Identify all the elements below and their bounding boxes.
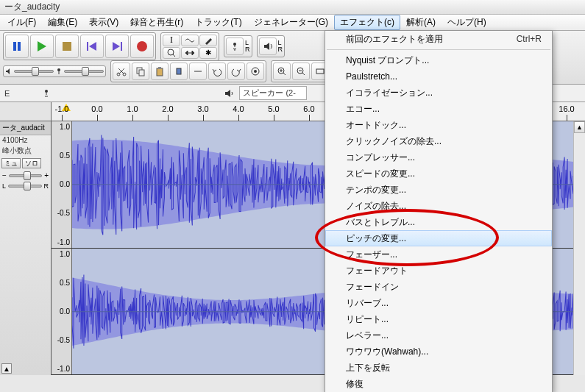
effect-menu-item[interactable]: テンポの変更... [325,182,552,198]
mic-icon [40,88,52,99]
transport-controls [3,32,156,60]
ruler-label: 1.0 [127,104,138,113]
collapse-button[interactable]: ▲ [1,363,12,374]
svg-marker-6 [113,42,120,51]
multi-tool[interactable]: ✱ [199,47,217,59]
zoom-in-button[interactable] [273,63,291,80]
svg-rect-7 [121,42,122,51]
svg-point-23 [254,70,257,73]
effect-menu-item[interactable]: バスとトレブル... [325,214,552,230]
svg-rect-20 [177,68,181,74]
meter-group: LR [224,35,252,57]
effect-menu-item[interactable]: ワウワウ(Wahwah)... [325,343,552,360]
pan-slider[interactable] [8,185,41,188]
speaker-meter-icon[interactable] [259,38,277,55]
skip-start-button[interactable] [80,35,104,58]
input-volume-slider[interactable] [64,70,104,73]
effect-menu-item[interactable]: 上下を反転 [325,360,552,375]
effect-menu-item[interactable]: エコー... [325,101,552,117]
mute-button[interactable]: ミュ [1,158,21,168]
redo-button[interactable] [227,63,245,80]
effect-menu-item[interactable]: コンプレッサー... [325,149,552,165]
gain-slider[interactable] [9,174,42,177]
effect-menu-item[interactable]: ピッチの変更... [325,230,552,246]
effect-menu-item[interactable]: フェーザー... [325,246,552,263]
svg-marker-5 [89,42,96,51]
svg-rect-19 [158,67,161,69]
track-name[interactable]: ータ_audacit [0,121,51,135]
window-titlebar: ータ_audacity [0,0,585,15]
output-volume-slider[interactable] [14,70,54,73]
zoom-tool[interactable] [163,47,180,59]
edit-tools: I ✱ [160,32,219,61]
menu-表示(V)[interactable]: 表示(V) [83,15,124,30]
svg-line-30 [302,73,305,75]
host-label: E [4,89,10,98]
svg-line-10 [173,54,175,57]
menu-repeat-last[interactable]: 前回のエフェクトを適用 Ctrl+R [325,31,552,47]
effect-menu-item[interactable]: フェードアウト [325,263,552,279]
vertical-scrollbar[interactable]: ▲ [573,121,585,375]
effect-menu-item[interactable]: ノイズの除去... [325,198,552,214]
effect-menu-item[interactable]: クリックノイズの除去... [325,133,552,149]
sync-lock-button[interactable] [247,63,264,80]
svg-line-27 [283,73,286,75]
svg-rect-18 [157,68,163,76]
effect-menu-item[interactable]: Nyquist プロンプト... [325,52,552,68]
menu-エフェクト(c)[interactable]: エフェクト(c) [334,15,400,30]
stop-button[interactable] [55,35,79,58]
zoom-out-button[interactable] [292,63,310,80]
speaker-icon [223,88,235,99]
effect-menu-item[interactable]: フェードイン [325,279,552,295]
selection-tool[interactable]: I [163,35,180,46]
timeshift-tool[interactable] [181,47,199,59]
effect-menu-item[interactable]: オートドック... [325,117,552,133]
ruler-label: 5.0 [268,104,279,113]
copy-button[interactable] [132,63,149,80]
ruler-label: 0.0 [91,104,102,113]
pause-button[interactable] [5,35,29,58]
effect-menu-item[interactable]: リバーブ... [325,295,552,311]
ruler-label: 16.0 [559,104,574,113]
svg-point-9 [168,49,174,55]
menu-解析(A)[interactable]: 解析(A) [400,15,442,30]
solo-button[interactable]: ソロ [22,158,41,168]
menu-トラック(T)[interactable]: トラック(T) [189,15,247,30]
ruler-label: 3.0 [197,104,208,113]
svg-rect-3 [63,42,71,51]
svg-point-32 [45,90,48,93]
skip-end-button[interactable] [105,35,129,58]
play-button[interactable] [30,35,54,58]
svg-rect-17 [139,70,144,76]
amplitude-axis: 1.00.50.0-0.5-1.0 [52,249,72,375]
draw-tool[interactable] [199,35,217,46]
track-rate: 4100Hz [0,135,51,145]
effect-menu-item[interactable]: Paulstretch... [325,68,552,85]
effect-menu-item[interactable]: イコライゼーション... [325,85,552,101]
undo-button[interactable] [208,63,226,80]
output-device[interactable]: スピーカー (2- [239,86,307,100]
effect-menu-item[interactable]: リピート... [325,311,552,327]
record-button[interactable] [130,35,154,58]
window-title: ータ_audacity [4,1,60,13]
menubar: イル(F)編集(E)表示(V)録音と再生(r)トラック(T)ジェネレーター(G)… [0,15,585,31]
mic-meter-icon[interactable] [226,38,244,55]
paste-button[interactable] [151,63,169,80]
menu-ジェネレーター(G)[interactable]: ジェネレーター(G) [248,15,334,30]
effect-menu-item[interactable]: スピードの変更... [325,165,552,182]
track-format: 峰小数点 [0,145,51,157]
menu-ヘルプ(H)[interactable]: ヘルプ(H) [442,15,492,30]
trim-button[interactable] [170,63,188,80]
menu-編集(E)[interactable]: 編集(E) [42,15,83,30]
track-control-panel[interactable]: ータ_audacit 4100Hz 峰小数点 ミュ ソロ − + L R ▲ [0,121,52,375]
svg-rect-0 [13,42,16,51]
effect-menu-item[interactable]: レベラー... [325,327,552,343]
ruler-label: 4.0 [233,104,244,113]
cut-button[interactable] [113,63,130,80]
silence-button[interactable] [189,63,207,80]
ruler-label: 6.0 [303,104,314,113]
envelope-tool[interactable] [181,35,199,46]
menu-イル(F)[interactable]: イル(F) [1,15,42,30]
menu-録音と再生(r)[interactable]: 録音と再生(r) [124,15,189,30]
svg-rect-1 [18,42,21,51]
